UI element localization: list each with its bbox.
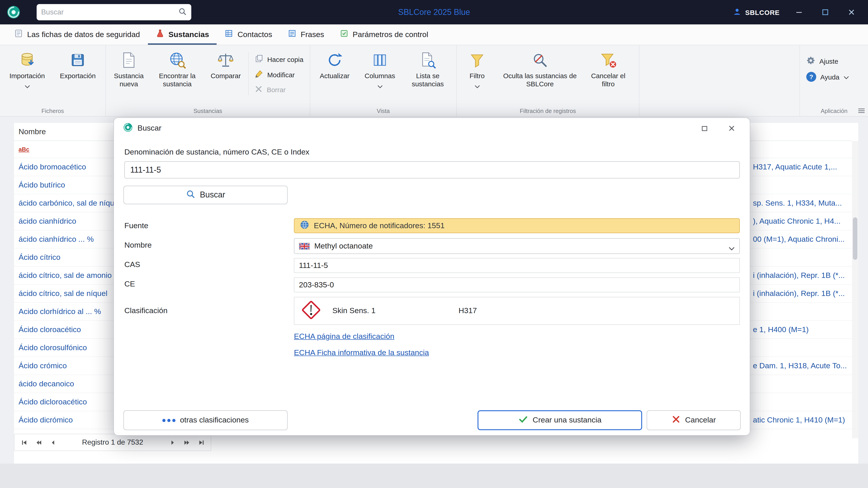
classification-fragment: H317, Aquatic Acute 1,... (753, 162, 837, 171)
record-counter: Registro 1 de 7532 (61, 438, 164, 447)
substance-name: Ácido butírico (19, 181, 65, 190)
export-button[interactable]: Exportación (53, 48, 103, 81)
cancel-filter-button[interactable]: Cancelar el filtro (584, 48, 632, 89)
settings-button[interactable]: Ajuste (803, 54, 853, 68)
menu-icon[interactable] (858, 107, 865, 114)
filter-button[interactable]: Filtro (459, 48, 496, 91)
ribbon-group-vista: Actualizar Columnas Lista se sustancias … (310, 45, 457, 116)
echa-infocard-link[interactable]: ECHA Ficha informativa de la sustancia (294, 348, 429, 357)
minimize-button[interactable] (792, 5, 806, 19)
module-tabbar: Las fichas de datos de seguridad Sustanc… (0, 24, 868, 45)
source-value: ECHA, Número de notificadores: 1551 (314, 221, 444, 230)
gear-icon (806, 56, 815, 66)
help-button[interactable]: ? Ayuda (803, 70, 853, 84)
dialog-title: Buscar (137, 124, 694, 133)
tab-parametros-control[interactable]: Parámetros de control (332, 24, 436, 45)
user-label: SBLCORE (745, 8, 780, 16)
name-dropdown[interactable]: Methyl octanoate (294, 238, 740, 254)
cancel-button[interactable]: Cancelar (647, 410, 741, 430)
hide-substances-icon (531, 51, 549, 70)
tab-fichas-datos-seguridad[interactable]: Las fichas de datos de seguridad (6, 24, 148, 45)
vertical-scrollbar[interactable] (852, 141, 858, 438)
group-label-sustancias: Sustancias (106, 107, 310, 114)
sds-icon (14, 29, 23, 40)
cas-label: CAS (124, 260, 140, 269)
first-record-button[interactable] (17, 436, 31, 449)
import-button[interactable]: Importación (2, 48, 53, 91)
red-x-icon (672, 415, 681, 426)
other-classifications-button[interactable]: otras clasificaciones (123, 410, 288, 430)
fast-next-button[interactable] (180, 436, 193, 449)
tab-label: Frases (301, 30, 324, 39)
last-record-button[interactable] (194, 436, 208, 449)
substances-icon (155, 29, 164, 40)
name-value: Methyl octanoate (314, 241, 373, 251)
tab-contactos[interactable]: Contactos (217, 24, 280, 45)
echa-classification-link[interactable]: ECHA página de clasificación (294, 332, 394, 341)
refresh-button[interactable]: Actualizar (312, 48, 357, 81)
classification-fragment: e Dam. 1, H318, Acute To... (753, 361, 847, 370)
prev-record-button[interactable] (46, 436, 60, 449)
ribbon-group-sustancias: Sustancia nueva Encontrar la sustancia C… (106, 45, 310, 116)
chevron-down-icon (24, 82, 30, 90)
compare-icon (217, 51, 234, 70)
ce-label: CE (124, 280, 135, 289)
tab-frases[interactable]: Frases (280, 24, 332, 45)
import-icon (19, 51, 36, 70)
substance-list-icon (419, 51, 436, 70)
ghs07-pictogram-icon (301, 300, 321, 322)
classification-fragment: i (inhalación), Repr. 1B (*... (753, 271, 845, 280)
find-substance-button[interactable]: Encontrar la sustancia (150, 48, 205, 89)
copy-icon (255, 54, 263, 64)
chevron-down-icon (728, 244, 735, 253)
substance-list-button[interactable]: Lista se sustancias (402, 48, 453, 89)
dialog-titlebar: Buscar (114, 118, 750, 139)
substance-name: Ácido dicloroacético (19, 397, 87, 406)
find-substance-icon (168, 51, 186, 70)
classification-fragment: i (inhalación), Repr. 1B (*... (753, 289, 845, 298)
group-label-filtracion: Filtración de registros (457, 107, 639, 114)
global-search-input[interactable] (41, 8, 178, 16)
columns-button[interactable]: Columnas (357, 48, 402, 91)
hazard-code: H317 (459, 306, 477, 315)
maximize-button[interactable] (818, 5, 832, 19)
close-button[interactable] (845, 5, 858, 19)
check-icon (518, 414, 528, 426)
compare-button[interactable]: Comparar (205, 48, 247, 81)
ce-value: 203-835-0 (299, 281, 334, 289)
dialog-app-icon (123, 123, 133, 134)
uk-flag-icon (299, 242, 310, 250)
substance-name: ácido decanoico (19, 379, 74, 388)
delete-button[interactable]: Borrar (251, 83, 307, 96)
cancel-filter-icon (600, 51, 617, 70)
fast-prev-button[interactable] (32, 436, 45, 449)
dialog-search-button[interactable]: Buscar (123, 186, 288, 204)
new-substance-button[interactable]: Sustancia nueva (107, 48, 150, 89)
classification-name: Skin Sens. 1 (332, 306, 448, 315)
substance-name: ácido cítrico, sal de amonio y (19, 271, 118, 280)
create-substance-button[interactable]: Crear una sustancia (477, 410, 642, 430)
classification-box: Skin Sens. 1 H317 (294, 297, 740, 325)
source-field[interactable]: ECHA, Número de notificadores: 1551 (294, 218, 740, 233)
substance-name: Ácido cloroacético (19, 325, 81, 334)
scrollbar-thumb[interactable] (853, 217, 857, 260)
cas-field[interactable]: 111-11-5 (294, 258, 740, 273)
group-label-aplicacion: Aplicación (800, 107, 868, 114)
substance-name: Acido clorhídrico al ... % (19, 307, 101, 316)
user-account-button[interactable]: SBLCORE (733, 7, 780, 18)
dialog-maximize-button[interactable] (698, 122, 711, 135)
control-params-icon (340, 29, 349, 40)
copy-button[interactable]: Hacer copia (251, 53, 307, 66)
global-search-box[interactable] (37, 4, 191, 20)
app-logo-icon (6, 5, 21, 20)
dialog-close-button[interactable] (725, 122, 738, 135)
tab-sustancias[interactable]: Sustancias (148, 24, 217, 45)
ce-field[interactable]: 203-835-0 (294, 278, 740, 292)
substance-query-input[interactable] (124, 161, 740, 178)
edit-button[interactable]: Modificar (251, 68, 307, 81)
classification-fragment: e 1, H400 (M=1) (753, 325, 809, 334)
hide-sblcore-substances-button[interactable]: Oculta las sustancias de SBLCore (496, 48, 584, 89)
phrases-icon (288, 29, 297, 40)
group-label-ficheros: Ficheros (0, 107, 105, 114)
next-record-button[interactable] (165, 436, 179, 449)
